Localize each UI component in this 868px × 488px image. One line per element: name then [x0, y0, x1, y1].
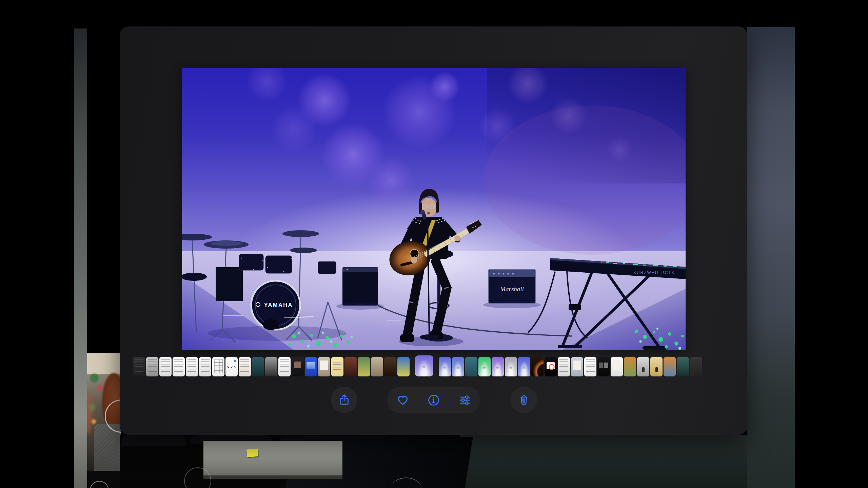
share-button[interactable]: [331, 387, 357, 413]
toolbar-pill: [387, 387, 480, 413]
filmstrip-thumbnail[interactable]: [278, 357, 291, 376]
filmstrip-thumbnail[interactable]: [611, 357, 623, 376]
bass-drum-logo: YAMAHA: [264, 302, 293, 308]
filmstrip-thumbnail[interactable]: [133, 357, 145, 376]
filmstrip-thumbnail[interactable]: [664, 357, 676, 376]
filmstrip-thumbnail[interactable]: [239, 357, 251, 376]
share-icon: [338, 393, 351, 406]
filmstrip-thumbnail[interactable]: [146, 357, 158, 376]
amp-logo: Marshall: [500, 286, 524, 293]
keyboard-logo: KURZWEIL PC1X: [633, 270, 675, 275]
filmstrip-thumbnail[interactable]: [518, 357, 530, 376]
filmstrip-thumbnail[interactable]: [344, 357, 357, 376]
filmstrip: G D A: [133, 355, 702, 376]
filmstrip-thumbnail[interactable]: [624, 357, 636, 376]
filmstrip-thumbnail[interactable]: [252, 357, 264, 376]
filmstrip-thumbnail[interactable]: [384, 357, 396, 376]
filmstrip-thumbnail[interactable]: [637, 357, 649, 376]
filmstrip-thumbnail[interactable]: [199, 357, 211, 376]
filmstrip-thumbnail[interactable]: [690, 357, 702, 376]
sticky-note: [246, 449, 258, 457]
trash-icon: [517, 393, 530, 406]
filmstrip-thumbnail[interactable]: [584, 357, 596, 376]
filmstrip-thumbnail[interactable]: [371, 357, 383, 376]
stage-photo-illustration: YAMAHA Marshall: [182, 68, 686, 350]
filmstrip-thumbnail[interactable]: [597, 357, 610, 376]
sliders-icon[interactable]: [458, 393, 472, 407]
filmstrip-thumbnail-selected[interactable]: [415, 355, 433, 376]
filmstrip-thumbnail[interactable]: [650, 357, 663, 376]
filmstrip-thumbnail[interactable]: [677, 357, 689, 376]
filmstrip-thumbnail[interactable]: [265, 357, 277, 376]
filmstrip-thumbnail[interactable]: [186, 357, 198, 376]
background-piano-scene: [120, 435, 747, 488]
background-right-band: [747, 27, 795, 488]
filmstrip-thumbnail[interactable]: [571, 357, 583, 376]
delete-button[interactable]: [511, 387, 537, 413]
thumbnail-label: G D A: [225, 365, 238, 368]
filmstrip-thumbnail[interactable]: [505, 357, 517, 376]
filmstrip-thumbnail[interactable]: [397, 357, 410, 376]
filmstrip-thumbnail[interactable]: [439, 357, 451, 376]
heart-icon[interactable]: [396, 393, 410, 407]
background-piano-lid: [203, 441, 342, 479]
filmstrip-thumbnail[interactable]: [452, 357, 464, 376]
filmstrip-thumbnail[interactable]: [492, 357, 504, 376]
background-teal-floor: [460, 435, 747, 488]
filmstrip-thumbnail[interactable]: [465, 357, 477, 376]
speaker-cabinet: [336, 267, 384, 310]
filmstrip-thumbnail[interactable]: [292, 357, 304, 376]
filmstrip-thumbnail[interactable]: [159, 357, 172, 376]
info-icon[interactable]: [427, 393, 440, 407]
filmstrip-thumbnail[interactable]: [331, 357, 343, 376]
filmstrip-thumbnail[interactable]: G D A: [225, 357, 238, 376]
filmstrip-thumbnail[interactable]: [305, 357, 317, 376]
filmstrip-thumbnail[interactable]: [545, 357, 557, 376]
filmstrip-thumbnail[interactable]: [358, 357, 370, 376]
filmstrip-thumbnail[interactable]: [173, 357, 185, 376]
filmstrip-thumbnail[interactable]: [558, 357, 570, 376]
photos-window: YAMAHA Marshall: [120, 26, 747, 435]
filmstrip-thumbnail[interactable]: [531, 357, 544, 376]
main-photo[interactable]: YAMAHA Marshall: [182, 68, 686, 350]
marshall-amp: Marshall: [483, 269, 541, 308]
filmstrip-thumbnail[interactable]: [318, 357, 330, 376]
background-photo-woman: [87, 353, 121, 488]
background-window-edge: [74, 28, 87, 488]
filmstrip-thumbnail[interactable]: [212, 357, 224, 376]
filmstrip-thumbnail[interactable]: [478, 357, 491, 376]
